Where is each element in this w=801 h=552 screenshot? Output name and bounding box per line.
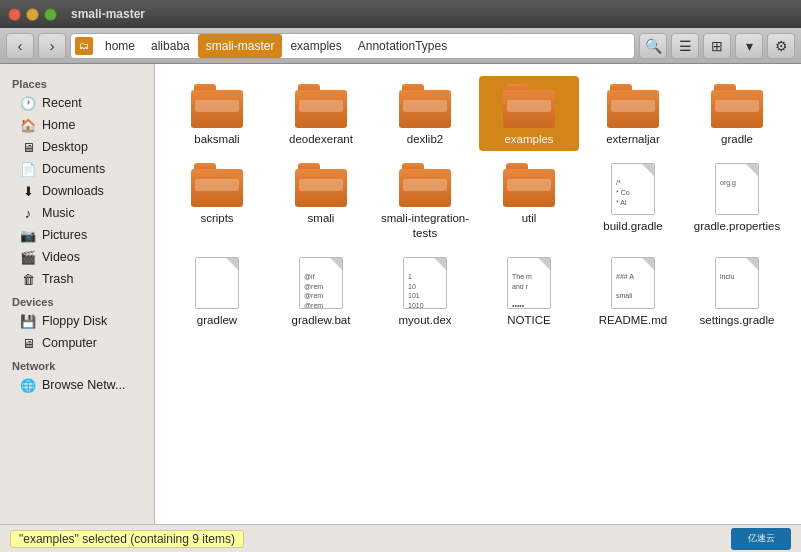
- file-item[interactable]: The mand r••••• NOTICE: [479, 249, 579, 332]
- statusbar-right: 亿速云: [731, 528, 791, 550]
- pictures-icon: 📷: [20, 227, 36, 243]
- sidebar-item-desktop-label: Desktop: [42, 140, 88, 154]
- documents-icon: 📄: [20, 161, 36, 177]
- yisuyun-logo: 亿速云: [731, 528, 791, 550]
- file-item[interactable]: scripts: [167, 155, 267, 245]
- file-item[interactable]: smali: [271, 155, 371, 245]
- folder-icon: [607, 84, 659, 128]
- doc-icon: The mand r•••••: [507, 257, 551, 309]
- minimize-button[interactable]: [26, 8, 39, 21]
- network-icon: 🌐: [20, 377, 36, 393]
- sidebar-item-music[interactable]: ♪ Music: [4, 202, 150, 224]
- sidebar-item-floppy[interactable]: 💾 Floppy Disk: [4, 310, 150, 332]
- forward-button[interactable]: ›: [38, 33, 66, 59]
- file-label: smali: [308, 211, 335, 226]
- doc-icon: ### Asmali: [611, 257, 655, 309]
- list-view-button[interactable]: ☰: [671, 33, 699, 59]
- folder-icon: [191, 84, 243, 128]
- file-grid: baksmali deodexerant dexlib2 examples ex…: [167, 76, 789, 512]
- file-item[interactable]: baksmali: [167, 76, 267, 151]
- music-icon: ♪: [20, 205, 36, 221]
- view-options-button[interactable]: ▾: [735, 33, 763, 59]
- file-item[interactable]: ### Asmali README.md: [583, 249, 683, 332]
- sidebar-item-floppy-label: Floppy Disk: [42, 314, 107, 328]
- grid-view-button[interactable]: ⊞: [703, 33, 731, 59]
- sidebar-item-trash-label: Trash: [42, 272, 74, 286]
- file-label: smali-integration-tests: [379, 211, 471, 241]
- file-item[interactable]: deodexerant: [271, 76, 371, 151]
- folder-icon: [711, 84, 763, 128]
- file-label: build.gradle: [603, 219, 662, 234]
- sidebar-item-desktop[interactable]: 🖥 Desktop: [4, 136, 150, 158]
- file-item[interactable]: gradle: [687, 76, 787, 151]
- sidebar-item-pictures-label: Pictures: [42, 228, 87, 242]
- settings-button[interactable]: ⚙: [767, 33, 795, 59]
- folder-icon: [399, 84, 451, 128]
- status-text: "examples" selected (containing 9 items): [10, 530, 244, 548]
- sidebar-item-computer[interactable]: 🖥 Computer: [4, 332, 150, 354]
- sidebar-item-computer-label: Computer: [42, 336, 97, 350]
- back-button[interactable]: ‹: [6, 33, 34, 59]
- downloads-icon: ⬇: [20, 183, 36, 199]
- places-section-label: Places: [0, 72, 154, 92]
- sidebar-item-documents-label: Documents: [42, 162, 105, 176]
- sidebar-item-recent-label: Recent: [42, 96, 82, 110]
- sidebar-item-network-label: Browse Netw...: [42, 378, 125, 392]
- breadcrumb-home[interactable]: home: [97, 34, 143, 58]
- desktop-icon: 🖥: [20, 139, 36, 155]
- file-label: gradlew: [197, 313, 237, 328]
- breadcrumb-annotationtypes[interactable]: AnnotationTypes: [350, 34, 455, 58]
- sidebar-item-pictures[interactable]: 📷 Pictures: [4, 224, 150, 246]
- location-icon: 🗂: [75, 37, 93, 55]
- file-item[interactable]: org.g gradle.properties: [687, 155, 787, 245]
- sidebar-item-browse-network[interactable]: 🌐 Browse Netw...: [4, 374, 150, 396]
- file-label: gradle.properties: [694, 219, 780, 234]
- titlebar: smali-master: [0, 0, 801, 28]
- file-label: dexlib2: [407, 132, 443, 147]
- file-label: deodexerant: [289, 132, 353, 147]
- computer-icon: 🖥: [20, 335, 36, 351]
- doc-icon: /* * Co * Al: [611, 163, 655, 215]
- file-label: NOTICE: [507, 313, 550, 328]
- file-item[interactable]: smali-integration-tests: [375, 155, 475, 245]
- doc-icon: @if @rem@rem@rem: [299, 257, 343, 309]
- file-item[interactable]: examples: [479, 76, 579, 151]
- file-label: examples: [504, 132, 553, 147]
- recent-icon: 🕐: [20, 95, 36, 111]
- file-label: gradle: [721, 132, 753, 147]
- sidebar: Places 🕐 Recent 🏠 Home 🖥 Desktop 📄 Docum…: [0, 64, 155, 524]
- file-item[interactable]: gradlew: [167, 249, 267, 332]
- file-label: settings.gradle: [700, 313, 775, 328]
- doc-icon: inclu: [715, 257, 759, 309]
- doc-icon: org.g: [715, 163, 759, 215]
- file-label: baksmali: [194, 132, 239, 147]
- file-item[interactable]: /* * Co * Al build.gradle: [583, 155, 683, 245]
- maximize-button[interactable]: [44, 8, 57, 21]
- file-area: baksmali deodexerant dexlib2 examples ex…: [155, 64, 801, 524]
- file-item[interactable]: inclu settings.gradle: [687, 249, 787, 332]
- toolbar: ‹ › 🗂 home alibaba smali-master examples…: [0, 28, 801, 64]
- sidebar-item-home-label: Home: [42, 118, 75, 132]
- file-item[interactable]: @if @rem@rem@rem gradlew.bat: [271, 249, 371, 332]
- file-label: scripts: [200, 211, 233, 226]
- breadcrumb-smali-master[interactable]: smali-master: [198, 34, 283, 58]
- breadcrumb-examples[interactable]: examples: [282, 34, 349, 58]
- file-item[interactable]: 1101011010 myout.dex: [375, 249, 475, 332]
- network-section-label: Network: [0, 354, 154, 374]
- sidebar-item-downloads[interactable]: ⬇ Downloads: [4, 180, 150, 202]
- sidebar-item-recent[interactable]: 🕐 Recent: [4, 92, 150, 114]
- file-item[interactable]: externaljar: [583, 76, 683, 151]
- toolbar-right: 🔍 ☰ ⊞ ▾ ⚙: [639, 33, 795, 59]
- sidebar-item-videos[interactable]: 🎬 Videos: [4, 246, 150, 268]
- file-item[interactable]: util: [479, 155, 579, 245]
- sidebar-item-home[interactable]: 🏠 Home: [4, 114, 150, 136]
- search-button[interactable]: 🔍: [639, 33, 667, 59]
- sidebar-item-documents[interactable]: 📄 Documents: [4, 158, 150, 180]
- trash-icon: 🗑: [20, 271, 36, 287]
- file-item[interactable]: dexlib2: [375, 76, 475, 151]
- sidebar-item-trash[interactable]: 🗑 Trash: [4, 268, 150, 290]
- folder-icon: [503, 84, 555, 128]
- folder-icon: [295, 163, 347, 207]
- close-button[interactable]: [8, 8, 21, 21]
- breadcrumb-alibaba[interactable]: alibaba: [143, 34, 198, 58]
